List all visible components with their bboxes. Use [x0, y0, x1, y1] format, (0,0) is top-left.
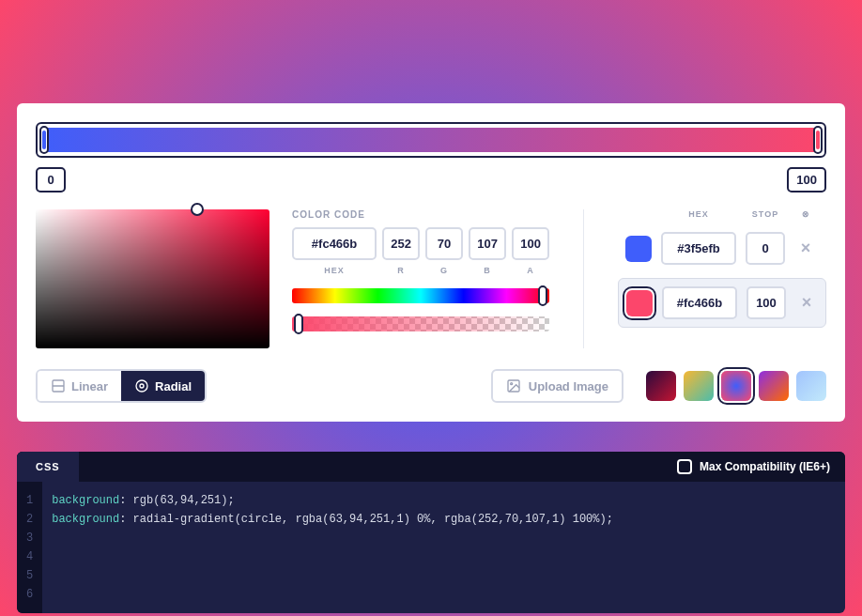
- preset-swatch[interactable]: [759, 371, 789, 401]
- upload-image-button[interactable]: Upload Image: [491, 369, 623, 403]
- hue-thumb[interactable]: [538, 285, 547, 306]
- g-sublabel: G: [425, 266, 463, 275]
- delete-stop-button[interactable]: ×: [794, 239, 817, 258]
- gradient-editor-panel: 0 100 COLOR CODE #fc466b 252 70 107 100 …: [17, 103, 845, 422]
- b-input[interactable]: 107: [469, 227, 506, 260]
- image-icon: [506, 378, 521, 393]
- preset-swatch[interactable]: [646, 371, 676, 401]
- preset-list: [646, 371, 826, 401]
- stop-row[interactable]: #fc466b100×: [618, 278, 826, 328]
- radial-label: Radial: [155, 379, 192, 393]
- linear-icon: [51, 378, 66, 393]
- svg-point-5: [510, 383, 512, 385]
- stop-hex-input[interactable]: #fc466b: [662, 286, 737, 319]
- delete-stop-button[interactable]: ×: [795, 293, 818, 313]
- max-compat-toggle[interactable]: Max Compatibility (IE6+): [677, 459, 830, 474]
- g-input[interactable]: 70: [425, 227, 463, 260]
- preset-swatch[interactable]: [721, 371, 751, 401]
- b-sublabel: B: [469, 266, 506, 275]
- code-tabs: CSS Max Compatibility (IE6+): [17, 452, 845, 482]
- stop-swatch[interactable]: [626, 290, 653, 316]
- stop-hex-input[interactable]: #3f5efb: [661, 232, 736, 265]
- stops-header-stop: STOP: [746, 209, 785, 219]
- gradient-bar-fill: [41, 128, 821, 152]
- stop-swatch[interactable]: [625, 236, 652, 262]
- stop-position-input[interactable]: 0: [746, 232, 785, 265]
- gradient-type-segmented: Linear Radial: [36, 369, 207, 403]
- linear-label: Linear: [71, 379, 108, 393]
- stops-header-hex: HEX: [661, 209, 736, 219]
- a-sublabel: A: [512, 266, 549, 275]
- gradient-stop-handle-left[interactable]: [39, 126, 49, 154]
- color-code-column: COLOR CODE #fc466b 252 70 107 100 HEX R …: [292, 209, 549, 348]
- stop-position-left[interactable]: 0: [36, 167, 66, 192]
- radial-icon: [134, 378, 149, 393]
- stop-position-readouts: 0 100: [36, 167, 826, 192]
- color-code-label: COLOR CODE: [292, 209, 549, 220]
- toolbar: Linear Radial Upload Image: [36, 369, 826, 403]
- r-input[interactable]: 252: [382, 227, 420, 260]
- stops-header-delete: ⊗: [794, 209, 817, 219]
- alpha-thumb[interactable]: [294, 314, 303, 334]
- preset-swatch[interactable]: [796, 371, 826, 401]
- gradient-preview: [0, 0, 862, 103]
- hex-sublabel: HEX: [292, 266, 377, 275]
- stops-list: HEX STOP ⊗ #3f5efb0×#fc466b100×: [618, 209, 826, 348]
- linear-button[interactable]: Linear: [38, 371, 121, 401]
- gradient-bar[interactable]: [36, 122, 826, 158]
- a-input[interactable]: 100: [512, 227, 549, 260]
- css-tab[interactable]: CSS: [17, 452, 79, 482]
- sv-cursor[interactable]: [191, 203, 204, 216]
- alpha-slider[interactable]: [292, 316, 549, 331]
- stop-handle-color: [816, 131, 820, 150]
- stop-row[interactable]: #3f5efb0×: [618, 224, 826, 272]
- r-sublabel: R: [382, 266, 420, 275]
- line-numbers: 123456: [17, 482, 42, 613]
- svg-point-2: [136, 380, 147, 392]
- hue-slider[interactable]: [292, 288, 549, 303]
- radial-button[interactable]: Radial: [121, 371, 205, 401]
- vertical-divider: [583, 209, 584, 348]
- svg-point-3: [140, 384, 144, 388]
- stop-position-input[interactable]: 100: [747, 286, 786, 319]
- preset-swatch[interactable]: [684, 371, 714, 401]
- stop-position-right[interactable]: 100: [787, 167, 826, 192]
- gradient-stop-handle-right[interactable]: [813, 126, 823, 154]
- checkbox-icon[interactable]: [677, 459, 692, 474]
- saturation-value-picker[interactable]: [36, 209, 269, 348]
- upload-image-label: Upload Image: [529, 379, 608, 393]
- hex-input[interactable]: #fc466b: [292, 227, 377, 260]
- code-content[interactable]: background: rgb(63,94,251);background: r…: [42, 482, 623, 613]
- code-panel: CSS Max Compatibility (IE6+) 123456 back…: [17, 452, 845, 613]
- stop-handle-color: [42, 131, 46, 150]
- max-compat-label: Max Compatibility (IE6+): [700, 460, 830, 473]
